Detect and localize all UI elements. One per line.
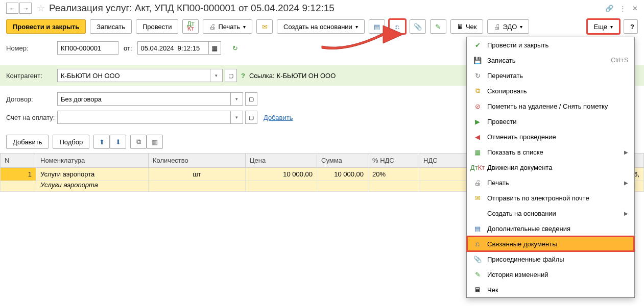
list-button[interactable]: ▤ — [369, 19, 385, 34]
copy-row-button[interactable]: ⧉ — [130, 135, 147, 149]
menu-create-based[interactable]: Создать на основании▶ — [467, 206, 634, 221]
table-add-button[interactable]: Добавить — [6, 135, 49, 149]
menu-extra[interactable]: ▤Дополнительные сведения — [467, 221, 634, 236]
paste-icon: ▥ — [152, 138, 158, 146]
number-input[interactable] — [57, 41, 118, 55]
edo-button[interactable]: 🖨ЭДО — [487, 19, 529, 34]
menu-post[interactable]: ▶Провести — [467, 114, 634, 129]
col-sum[interactable]: Сумма — [317, 154, 368, 168]
menu-email[interactable]: ✉Отправить по электронной почте — [467, 190, 634, 206]
calendar-button[interactable]: ▦ — [209, 41, 221, 55]
attach-button[interactable]: 📎 — [410, 19, 426, 34]
link-value: К-БЬЮТИ ОН ООО — [277, 72, 336, 80]
tree-icon: ⎌ — [473, 240, 482, 248]
floppy-icon: 💾 — [473, 56, 482, 64]
menu-history[interactable]: ✎История изменений — [467, 267, 634, 282]
menu-attached[interactable]: 📎Присоединенные файлы — [467, 251, 634, 267]
add-invoice-link[interactable]: Добавить — [264, 114, 293, 121]
link-label: Ссылка: — [249, 72, 275, 80]
menu-mark-delete[interactable]: ⊘Пометить на удаление / Снять пометку — [467, 98, 634, 114]
refresh-icon-button[interactable]: ↻ — [227, 41, 244, 55]
printer-icon: 🖨 — [473, 178, 482, 187]
dtkt-button[interactable]: ДтКт — [182, 19, 199, 34]
paste-row-button[interactable]: ▥ — [147, 135, 163, 149]
menu-show-list[interactable]: ▦Показать в списке▶ — [467, 144, 634, 160]
invoice-dropdown[interactable]: ▾ — [231, 111, 243, 124]
post-button[interactable]: Провести — [136, 19, 179, 34]
list-icon: ▦ — [473, 148, 482, 156]
contragent-open[interactable]: ▢ — [225, 69, 237, 82]
number-label: Номер: — [6, 44, 57, 52]
table-select-button[interactable]: Подбор — [53, 135, 89, 149]
contragent-label: Контрагент: — [6, 72, 57, 80]
invoice-input[interactable] — [57, 111, 231, 124]
help-button[interactable]: ? — [624, 19, 638, 34]
favorite-star-icon[interactable]: ☆ — [37, 3, 45, 14]
contract-label: Договор: — [6, 95, 57, 103]
link-icon[interactable]: 🔗 — [605, 5, 613, 12]
tree-icon: ⎌ — [395, 23, 399, 31]
printer-icon: 🖨 — [209, 23, 216, 31]
menu-reread[interactable]: ↻Перечитать — [467, 68, 634, 83]
menu-movements[interactable]: ДтКтДвижения документа — [467, 160, 634, 175]
unpost-icon: ◀ — [473, 133, 482, 141]
col-n[interactable]: N — [1, 154, 36, 168]
more-button[interactable]: Еще — [587, 19, 619, 34]
calendar-icon: ▦ — [211, 44, 218, 52]
arrow-up-icon: ⬆ — [99, 138, 105, 146]
copy-icon: ⧉ — [136, 138, 141, 146]
copy-icon: ⧉ — [473, 87, 482, 95]
col-nomenclature[interactable]: Номенклатура — [36, 154, 149, 168]
pencil-icon: ✎ — [473, 270, 482, 278]
cash-register-icon: 🖩 — [457, 23, 464, 31]
more-menu: ✔Провести и закрыть 💾ЗаписатьCtrl+S ↻Пер… — [466, 37, 635, 298]
create-based-button[interactable]: Создать на основании — [277, 19, 365, 34]
from-label: от: — [124, 44, 132, 52]
post-and-close-button[interactable]: Провести и закрыть — [6, 19, 86, 34]
invoice-label: Счет на оплату: — [6, 114, 57, 121]
col-price[interactable]: Цена — [246, 154, 317, 168]
date-input[interactable] — [137, 41, 209, 55]
move-down-button[interactable]: ⬇ — [110, 135, 126, 149]
email-icon: ✉ — [262, 23, 268, 31]
question-icon[interactable]: ? — [241, 72, 245, 80]
refresh-icon: ↻ — [232, 44, 238, 52]
delete-mark-icon: ⊘ — [473, 102, 482, 110]
pencil-icon: ✎ — [435, 23, 441, 31]
contragent-dropdown[interactable]: ▾ — [210, 69, 223, 82]
menu-post-close[interactable]: ✔Провести и закрыть — [467, 37, 634, 53]
invoice-open[interactable]: ▢ — [245, 111, 257, 124]
more-vertical-icon[interactable]: ⋮ — [619, 5, 626, 12]
contract-dropdown[interactable]: ▾ — [231, 92, 243, 106]
related-docs-button[interactable]: ⎌ — [389, 19, 406, 34]
save-button[interactable]: Записать — [90, 19, 132, 34]
menu-check[interactable]: 🖩Чек — [467, 282, 634, 297]
menu-related-docs[interactable]: ⎌Связанные документы — [467, 236, 634, 251]
col-qty[interactable]: Количество — [149, 154, 246, 168]
print-button[interactable]: 🖨Печать — [203, 19, 252, 34]
post-icon: ▶ — [473, 117, 482, 125]
menu-print[interactable]: 🖨Печать▶ — [467, 175, 634, 190]
contract-open[interactable]: ▢ — [245, 92, 257, 106]
window-title: Реализация услуг: Акт, УПД КП00-000001 о… — [49, 3, 605, 14]
dtkt-icon: ДтКт — [473, 163, 482, 171]
email-icon: ✉ — [473, 194, 482, 202]
reload-icon: ↻ — [473, 71, 482, 80]
menu-save[interactable]: 💾ЗаписатьCtrl+S — [467, 53, 634, 68]
move-up-button[interactable]: ⬆ — [93, 135, 110, 149]
menu-unpost[interactable]: ◀Отменить проведение — [467, 129, 634, 144]
menu-copy[interactable]: ⧉Скопировать — [467, 83, 634, 98]
back-button[interactable]: ← — [6, 3, 18, 14]
contract-input[interactable] — [57, 92, 231, 106]
contragent-input[interactable] — [57, 69, 210, 82]
edit-history-button[interactable]: ✎ — [430, 19, 446, 34]
col-vatpct[interactable]: % НДС — [368, 154, 419, 168]
check-icon: ✔ — [473, 41, 482, 49]
close-icon[interactable]: ✕ — [632, 5, 638, 12]
forward-button[interactable]: → — [19, 3, 32, 14]
list-icon: ▤ — [374, 23, 380, 31]
email-button[interactable]: ✉ — [256, 19, 273, 34]
check-button[interactable]: 🖩Чек — [450, 19, 484, 34]
paperclip-icon: 📎 — [473, 255, 482, 263]
printer-icon: 🖨 — [494, 23, 500, 31]
